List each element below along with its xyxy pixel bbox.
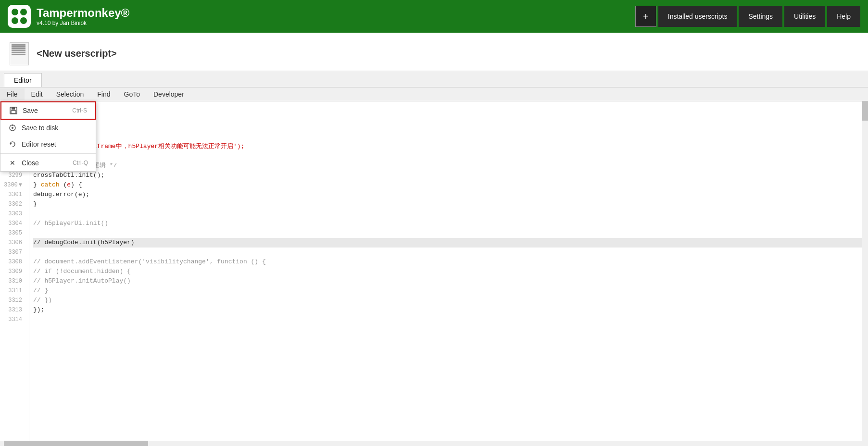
code-line: // } [33, 286, 868, 296]
tab-bar: Editor [0, 71, 868, 87]
editor-main: 32973298 ▼32993300 ▼33013302330333043305… [0, 101, 868, 446]
menu-goto[interactable]: GoTo [117, 88, 147, 100]
horizontal-scrollbar-thumb[interactable] [4, 441, 148, 446]
save-to-disk-label: Save to disk [22, 124, 58, 132]
logo-dots [12, 9, 27, 24]
code-lines[interactable]: init(); Root); OriginFrame()) { (当前处于跨域受… [29, 101, 868, 446]
code-line: debug.error(e); [33, 190, 868, 199]
installed-userscripts-button[interactable]: Installed userscripts [658, 6, 737, 27]
menu-bar: File Edit Selection Find GoTo Developer … [0, 87, 868, 101]
menu-selection[interactable]: Selection [50, 88, 91, 100]
code-line: /* 初始化跨Tab控制逻辑 */ [33, 161, 868, 171]
code-line: // if (!document.hidden) { [33, 267, 868, 276]
code-line [33, 209, 868, 219]
code-line [33, 151, 868, 161]
page-area: <New userscript> [0, 33, 868, 71]
new-script-button[interactable]: + [635, 6, 656, 27]
code-line: }); [33, 305, 868, 315]
logo-title: Tampermonkey® [37, 6, 129, 20]
code-line: Root); [33, 113, 868, 123]
vertical-scrollbar[interactable] [862, 101, 868, 446]
close-icon: ✕ [8, 159, 17, 167]
logo-subtitle: v4.10 by Jan Biniok [37, 20, 129, 26]
code-line: crossTabCtl.init(); [33, 171, 868, 180]
editor-area[interactable]: 32973298 ▼32993300 ▼33013302330333043305… [0, 101, 868, 446]
code-line [33, 123, 868, 132]
logo-area: Tampermonkey® v4.10 by Jan Biniok [8, 5, 129, 28]
dropdown-save-to-disk[interactable]: Save to disk [0, 120, 96, 136]
code-line: // }) [33, 296, 868, 305]
svg-point-4 [12, 127, 13, 129]
code-line: // document.addEventListener('visibility… [33, 257, 868, 267]
code-line: } [33, 199, 868, 209]
script-icon [10, 42, 29, 65]
code-line [33, 248, 868, 257]
menu-file[interactable]: File [0, 88, 25, 100]
help-button[interactable]: Help [827, 6, 860, 27]
code-line: } catch (e) { [33, 180, 868, 190]
save-shortcut: Ctrl-S [72, 107, 87, 114]
logo-text: Tampermonkey® v4.10 by Jan Biniok [37, 6, 129, 26]
menu-find[interactable]: Find [90, 88, 117, 100]
save-icon [9, 106, 18, 115]
dropdown-divider [0, 153, 96, 154]
utilities-button[interactable]: Utilities [784, 6, 825, 27]
svg-rect-1 [12, 107, 15, 110]
save-label: Save [23, 107, 38, 114]
code-line: // debugCode.init(h5Player) [33, 238, 868, 248]
code-line: // h5playerUi.init() [33, 219, 868, 228]
svg-rect-2 [11, 111, 16, 113]
settings-button[interactable]: Settings [739, 6, 782, 27]
logo-dot-4 [20, 17, 27, 24]
page-title: <New userscript> [37, 48, 117, 59]
editor-reset-label: Editor reset [22, 140, 56, 148]
horizontal-scrollbar[interactable] [0, 441, 862, 446]
dropdown-close[interactable]: ✕ Close Ctrl-Q [0, 155, 96, 171]
svg-marker-6 [10, 143, 12, 145]
top-bar: Tampermonkey® v4.10 by Jan Biniok + Inst… [0, 0, 868, 33]
save-to-disk-icon [8, 124, 17, 132]
menu-edit[interactable]: Edit [25, 88, 50, 100]
code-line: // h5Player.initAutoPlay() [33, 276, 868, 286]
logo-dot-2 [20, 9, 27, 15]
nav-buttons: + Installed userscripts Settings Utiliti… [635, 6, 860, 27]
file-dropdown: Save Ctrl-S Save to disk Editor reset [0, 101, 96, 172]
code-container: 32973298 ▼32993300 ▼33013302330333043305… [0, 101, 868, 446]
code-line [33, 315, 868, 324]
dropdown-editor-reset[interactable]: Editor reset [0, 136, 96, 152]
logo-dot-1 [12, 9, 18, 15]
logo-dot-3 [12, 17, 18, 24]
dropdown-save[interactable]: Save Ctrl-S [0, 101, 96, 120]
close-label: Close [22, 159, 39, 167]
tab-editor[interactable]: Editor [4, 73, 42, 87]
editor-reset-icon [8, 140, 17, 149]
code-line: init(); [33, 103, 868, 113]
vertical-scrollbar-thumb[interactable] [862, 101, 868, 121]
menu-developer[interactable]: Developer [147, 88, 191, 100]
logo-icon [8, 5, 31, 28]
close-shortcut: Ctrl-Q [73, 160, 88, 166]
code-line: (当前处于跨域受限的Iframe中，h5Player相关功能可能无法正常开启')… [33, 142, 868, 151]
code-line [33, 228, 868, 238]
code-line: OriginFrame()) { [33, 132, 868, 142]
